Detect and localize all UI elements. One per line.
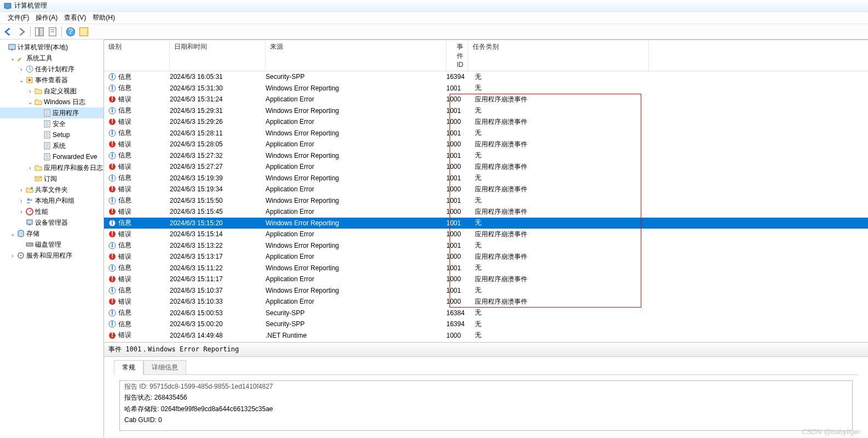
tree-label: 设备管理器 [35,218,68,227]
tree-item[interactable]: ⌄事件查看器 [0,75,104,86]
event-category: 应用程序崩溃事件 [468,117,649,127]
tree-item[interactable]: ›共享文件夹 [0,184,104,195]
expand-arrow-icon[interactable]: › [26,165,34,171]
tree-item[interactable]: ⌄存储 [0,228,104,239]
event-row[interactable]: !错误2024/6/3 15:15:45Application Error100… [104,206,868,218]
tree-item[interactable]: 应用程序 [0,107,104,118]
event-row[interactable]: i信息2024/6/3 15:00:20Security-SPP16394无 [104,318,868,330]
event-source: Security-SPP [266,309,446,317]
properties-button[interactable] [47,26,59,38]
svg-text:i: i [111,107,113,114]
event-row[interactable]: i信息2024/6/3 15:31:30Windows Error Report… [104,83,868,94]
event-row[interactable]: i信息2024/6/3 14:45:37Security-SPP16384无 [104,341,868,342]
tree-item[interactable]: ›性能 [0,206,104,217]
header-source[interactable]: 来源 [266,40,446,71]
tree-item[interactable]: 计算机管理(本地) [0,42,104,53]
event-row[interactable]: i信息2024/6/3 15:29:31Windows Error Report… [104,105,868,117]
expand-arrow-icon[interactable]: ⌄ [26,99,34,105]
storage-icon [16,229,25,238]
tree-item[interactable]: ›应用程序和服务日志 [0,162,104,173]
event-row[interactable]: i信息2024/6/3 15:15:20Windows Error Report… [104,218,868,229]
event-category: 应用程序崩溃事件 [468,275,649,284]
detail-cutoff: 报告 ID: 95715dc8-1599-485d-9855-1ed1410f4… [120,380,852,392]
event-row[interactable]: !错误2024/6/3 15:19:34Application Error100… [104,184,868,195]
help2-button[interactable]: ? [65,26,77,38]
tree-item[interactable]: ⌄系统工具 [0,53,104,64]
event-row[interactable]: !错误2024/6/3 15:28:05Application Error100… [104,139,868,150]
tree-label: 自定义视图 [44,87,77,96]
forward-button[interactable] [15,26,27,38]
svg-text:!: ! [111,163,113,170]
event-row[interactable]: !错误2024/6/3 15:31:24Application Error100… [104,94,868,105]
event-level: 错误 [118,117,131,127]
error-icon: ! [108,230,116,238]
tab-detail[interactable]: 详细信息 [143,360,186,375]
expand-arrow-icon[interactable]: › [9,253,16,259]
event-row[interactable]: i信息2024/6/3 16:05:31Security-SPP16394无 [104,71,868,83]
event-row[interactable]: i信息2024/6/3 15:19:39Windows Error Report… [104,173,868,184]
tree-item[interactable]: ›本地用户和组 [0,195,104,206]
back-button[interactable] [2,26,14,38]
event-date: 2024/6/3 15:29:26 [170,118,266,126]
event-level: 信息 [118,286,131,295]
menu-file[interactable]: 文件(F) [4,12,32,24]
tree-item[interactable]: 安全 [0,118,104,129]
event-row[interactable]: !错误2024/6/3 15:11:17Application Error100… [104,274,868,285]
tree-item[interactable]: 磁盘管理 [0,239,104,250]
expand-arrow-icon[interactable]: › [18,187,25,193]
event-level: 错误 [118,207,131,217]
tree-item[interactable]: ⌄Windows 日志 [0,96,104,107]
expand-arrow-icon[interactable]: › [26,88,34,94]
event-row[interactable]: !错误2024/6/3 15:15:14Application Error100… [104,229,868,240]
event-row[interactable]: !错误2024/6/3 15:27:27Application Error100… [104,161,868,173]
header-cat[interactable]: 任务类别 [468,40,649,71]
event-row[interactable]: !错误2024/6/3 14:49:48.NET Runtime1000无 [104,330,868,342]
tree-item[interactable]: ›服务和应用程序 [0,250,104,261]
event-row[interactable]: i信息2024/6/3 15:28:11Windows Error Report… [104,128,868,139]
info-icon: i [108,107,116,115]
event-row[interactable]: i信息2024/6/3 15:00:53Security-SPP16384无 [104,308,868,319]
tree-label: 磁盘管理 [35,240,61,249]
header-id[interactable]: 事件 ID [446,40,468,71]
event-list[interactable]: 级别 日期和时间 来源 事件 ID 任务类别 i信息2024/6/3 16:05… [104,40,868,342]
tree-item[interactable]: Setup [0,129,104,140]
expand-arrow-icon[interactable]: › [18,198,25,204]
event-row[interactable]: i信息2024/6/3 15:15:50Windows Error Report… [104,195,868,207]
tree-item[interactable]: 系统 [0,140,104,151]
refresh-icon [78,26,89,37]
header-date[interactable]: 日期和时间 [170,40,266,71]
event-row[interactable]: !错误2024/6/3 15:10:33Application Error100… [104,296,868,308]
event-row[interactable]: i信息2024/6/3 15:13:22Windows Error Report… [104,240,868,252]
event-id: 1001 [446,152,468,160]
tree-item[interactable]: ›自定义视图 [0,86,104,96]
header-level[interactable]: 级别 [104,40,170,71]
tree-item[interactable]: ›任务计划程序 [0,64,104,75]
log-icon [43,109,51,117]
event-id: 1001 [446,174,468,182]
svg-rect-2 [36,27,39,36]
tree-item[interactable]: 订阅 [0,173,104,184]
error-icon: ! [108,275,116,283]
expand-arrow-icon[interactable]: › [18,66,25,72]
tree-label: 安全 [53,120,66,129]
show-hide-tree-button[interactable] [33,26,45,38]
tree-item[interactable]: Forwarded Eve [0,151,104,162]
menu-help[interactable]: 帮助(H) [89,12,118,24]
event-source: Windows Error Reporting [266,242,446,249]
menu-action[interactable]: 操作(A) [32,12,61,24]
event-row[interactable]: !错误2024/6/3 15:29:26Application Error100… [104,116,868,128]
event-row[interactable]: !错误2024/6/3 15:13:17Application Error100… [104,251,868,263]
expand-arrow-icon[interactable]: ⌄ [9,231,16,237]
expand-arrow-icon[interactable]: ⌄ [18,77,25,83]
event-row[interactable]: i信息2024/6/3 15:27:32Windows Error Report… [104,150,868,162]
menu-view[interactable]: 查看(V) [61,12,89,24]
expand-arrow-icon[interactable]: › [18,209,25,215]
event-row[interactable]: i信息2024/6/3 15:11:22Windows Error Report… [104,263,868,274]
tree-item[interactable]: 设备管理器 [0,217,104,228]
nav-tree[interactable]: 计算机管理(本地)⌄系统工具›任务计划程序⌄事件查看器›自定义视图⌄Window… [0,39,104,438]
detail-line: 哈希存储段: 0264fbe99f8e9cd8a644c661325c35ae [124,403,848,414]
refresh-button[interactable] [78,26,90,38]
tab-general[interactable]: 常规 [114,360,143,375]
event-row[interactable]: i信息2024/6/3 15:10:37Windows Error Report… [104,285,868,297]
expand-arrow-icon[interactable]: ⌄ [9,55,16,61]
